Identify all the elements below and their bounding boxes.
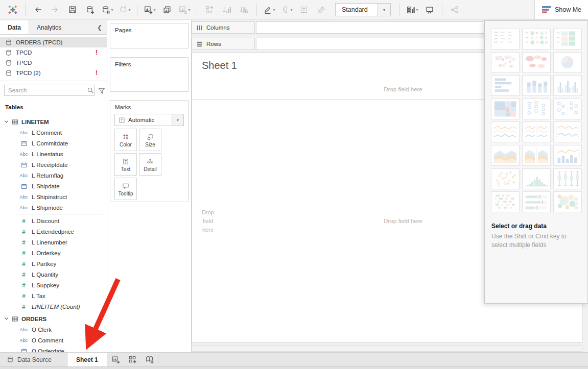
showme-packed-bubbles[interactable] xyxy=(553,191,582,212)
field-item[interactable]: #L Linenumber xyxy=(0,237,107,248)
showme-gantt[interactable] xyxy=(491,191,520,212)
fit-mode-caret-icon[interactable]: ▾ xyxy=(378,4,390,16)
showme-symbol-map[interactable] xyxy=(491,52,520,73)
tab-analytics[interactable]: Analytics xyxy=(29,20,69,34)
group-members-button[interactable]: ▾ xyxy=(279,3,294,17)
field-item[interactable]: #L Tax xyxy=(0,290,107,301)
showme-treemap[interactable] xyxy=(491,99,520,119)
undo-button[interactable] xyxy=(31,3,45,17)
showme-pie-chart[interactable] xyxy=(553,52,582,73)
highlight-button[interactable]: ▾ xyxy=(262,3,276,17)
sheet-tab-sheet1[interactable]: Sheet 1 xyxy=(67,353,107,366)
data-source-tab[interactable]: Data Source xyxy=(0,353,67,366)
collapse-pane-button[interactable]: ❮︎ xyxy=(97,20,107,34)
field-item[interactable]: L Shipdate xyxy=(0,181,107,191)
show-me-button[interactable]: Show Me xyxy=(534,0,588,20)
detail-button[interactable]: Detail xyxy=(139,153,161,176)
text-button[interactable]: Text xyxy=(114,153,137,176)
duplicate-button[interactable] xyxy=(160,3,174,17)
horizontal-scrollbar[interactable] xyxy=(192,345,582,352)
field-item[interactable]: AbcO Clerk xyxy=(0,324,107,335)
showme-histogram[interactable] xyxy=(522,168,551,189)
new-story-button[interactable] xyxy=(141,353,158,366)
run-auto-updates-button[interactable]: ▾ xyxy=(117,3,132,17)
chevron-down-icon[interactable] xyxy=(4,120,9,124)
showme-text-table[interactable] xyxy=(491,29,520,50)
save-button[interactable] xyxy=(65,3,80,17)
showme-dual-combination[interactable] xyxy=(553,145,582,166)
tab-data[interactable]: Data xyxy=(0,20,29,34)
presentation-mode-button[interactable] xyxy=(422,3,437,17)
color-button[interactable]: Color xyxy=(114,129,137,151)
field-item[interactable]: AbcL Shipinstruct xyxy=(0,191,107,202)
mark-type-select[interactable]: Automatic ▾ xyxy=(114,114,184,126)
chevron-down-icon[interactable] xyxy=(4,317,9,321)
new-worksheet-button[interactable]: ▾ xyxy=(143,3,157,17)
drop-zone-rows[interactable]: Drop field here xyxy=(195,100,221,342)
showme-area-discrete[interactable] xyxy=(522,145,551,166)
field-item[interactable]: AbcL Comment xyxy=(0,127,107,138)
field-item[interactable]: #LINEITEM (Count) xyxy=(0,301,107,312)
showme-scatter-plot[interactable] xyxy=(491,168,520,189)
show-mark-labels-button[interactable] xyxy=(297,3,311,17)
field-item[interactable]: #L Partkey xyxy=(0,258,107,269)
showme-lines-continuous[interactable] xyxy=(491,121,520,142)
showme-side-by-side-circles[interactable] xyxy=(553,99,582,119)
sort-ascending-button[interactable] xyxy=(220,3,234,17)
sort-descending-button[interactable] xyxy=(237,3,251,17)
marks-card: Marks Automatic ▾ ColorSizeTextDetailToo… xyxy=(110,100,189,202)
field-item[interactable]: L Commitdate xyxy=(0,138,107,149)
showme-circle-views[interactable] xyxy=(522,99,551,119)
search-input[interactable] xyxy=(5,87,87,93)
showme-heat-map[interactable] xyxy=(522,29,551,50)
pause-auto-updates-button[interactable]: ▾ xyxy=(100,3,114,17)
showme-filled-map[interactable] xyxy=(522,52,551,73)
showme-bullet-graph[interactable] xyxy=(522,191,551,212)
datasource-item[interactable]: ORDERS (TPCD) xyxy=(0,37,107,47)
field-item[interactable]: AbcL Returnflag xyxy=(0,170,107,181)
field-item[interactable]: AbcL Linestatus xyxy=(0,149,107,159)
new-dashboard-button[interactable] xyxy=(124,353,141,366)
show-hide-cards-button[interactable]: ▾ xyxy=(405,3,419,17)
table-header-orders[interactable]: ORDERS xyxy=(0,313,107,324)
pages-shelf[interactable]: Pages xyxy=(110,23,189,48)
fit-mode-select[interactable]: Standard▾ xyxy=(335,3,391,16)
tooltip-button[interactable]: Tooltip xyxy=(114,178,137,200)
clear-sheet-button[interactable]: ▾ xyxy=(177,3,192,17)
showme-stacked-bars[interactable] xyxy=(522,75,551,96)
mark-type-caret-icon[interactable]: ▾ xyxy=(172,114,183,126)
showme-horizontal-bars[interactable] xyxy=(491,75,520,96)
search-input-box[interactable] xyxy=(4,85,95,96)
field-item[interactable]: #L Quantity xyxy=(0,269,107,280)
showme-side-by-side-bars[interactable] xyxy=(553,75,582,96)
datasource-item[interactable]: TPCD xyxy=(0,58,107,68)
rows-drop-area[interactable] xyxy=(256,38,484,50)
field-item[interactable]: AbcO Comment xyxy=(0,335,107,346)
filter-fields-icon[interactable] xyxy=(98,87,106,94)
datasource-item[interactable]: TPCD (2)! xyxy=(0,68,107,78)
showme-lines-discrete[interactable] xyxy=(522,121,551,142)
swap-rows-columns-button[interactable] xyxy=(202,3,217,17)
table-header-lineitem[interactable]: LINEITEM xyxy=(0,116,107,127)
showme-dual-lines[interactable] xyxy=(553,121,582,142)
field-item[interactable]: O Orderdate xyxy=(0,346,107,352)
field-item[interactable]: #L Orderkey xyxy=(0,248,107,258)
fix-axes-button[interactable] xyxy=(314,3,328,17)
field-item[interactable]: #L Discount xyxy=(0,215,107,226)
tableau-logo-button[interactable] xyxy=(6,3,20,17)
share-button[interactable] xyxy=(448,3,462,17)
new-worksheet-tab-button[interactable] xyxy=(107,353,124,366)
datasource-item[interactable]: TPCD! xyxy=(0,47,107,58)
showme-highlight-table[interactable] xyxy=(553,29,582,50)
field-item[interactable]: L Receiptdate xyxy=(0,159,107,170)
showme-area-continuous[interactable] xyxy=(491,145,520,166)
columns-drop-area[interactable] xyxy=(256,21,484,34)
field-item[interactable]: #L Suppkey xyxy=(0,280,107,290)
new-data-source-button[interactable] xyxy=(83,3,97,17)
field-item[interactable]: #L Extendedprice xyxy=(0,226,107,237)
filters-shelf[interactable]: Filters xyxy=(110,57,189,92)
size-button[interactable]: Size xyxy=(139,129,161,151)
showme-box-and-whisker[interactable] xyxy=(553,168,582,189)
redo-button[interactable] xyxy=(48,3,62,17)
field-item[interactable]: AbcL Shipmode xyxy=(0,202,107,213)
